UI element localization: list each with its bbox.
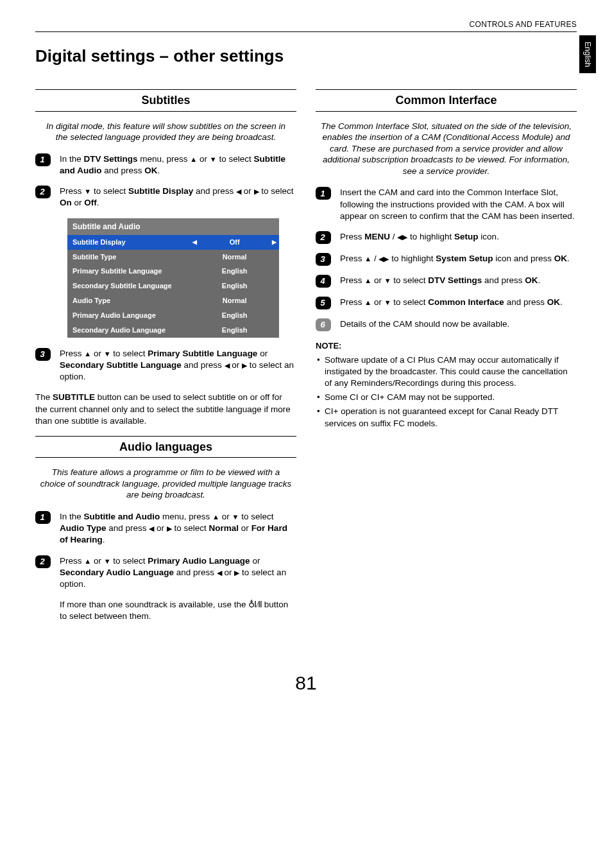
text: or [72,198,85,207]
text: and press [174,568,217,577]
text-bold: Primary Subtitle Language [148,349,257,358]
table-row: Primary Audio LanguageEnglish [67,308,279,323]
text: and press [182,360,225,370]
content-columns: Subtitles In digital mode, this feature … [35,85,577,631]
text-bold: OK [525,275,538,285]
left-arrow-icon: ◀ [397,232,402,242]
text: If more than one soundtrack is available… [60,600,248,609]
text: Press [340,232,364,241]
text: to select [259,186,294,196]
subtitles-after-note: The SUBTITLE button can be used to selec… [35,392,296,427]
text: icon. [479,232,499,241]
text: and press [482,275,525,285]
text: to highlight [389,254,436,263]
table-row: Secondary Audio LanguageEnglish [67,323,279,338]
left-arrow-icon: ◀ [236,187,241,196]
subtitles-heading: Subtitles [35,89,296,111]
row-label: Subtitle Type [67,250,190,265]
running-head: CONTROLS AND FEATURES [35,19,577,32]
text-bold: SUBTITLE [53,392,95,402]
text: and press [106,523,149,533]
audio-step-2: 2 Press ▲ or ▼ to select Primary Audio L… [35,555,296,591]
audio-step-1-body: In the Subtitle and Audio menu, press ▲ … [60,511,296,546]
text: . [158,166,160,175]
text: Press [60,186,84,196]
step-badge-4: 4 [316,275,331,288]
text: to select [217,154,254,164]
audio-intro: This feature allows a programme or film … [39,467,293,501]
step-badge-2: 2 [316,231,331,244]
subtitles-intro: In digital mode, this feature will show … [39,121,293,143]
text-bold: Subtitle Display [128,186,193,196]
up-arrow-icon: ▲ [84,349,91,359]
text: . [97,198,99,207]
row-value: English [190,323,279,338]
ci-step-4: 4 Press ▲ or ▼ to select DTV Settings an… [316,275,577,288]
right-arrow-icon: ▶ [242,361,247,370]
ci-step-5: 5 Press ▲ or ▼ to select Common Interfac… [316,297,577,309]
text-bold: OK [144,166,157,175]
text: to select [391,275,429,285]
ci-step-6-body: Details of the CAM should now be availab… [340,318,577,331]
up-arrow-icon: ▲ [212,512,219,522]
text-bold: Secondary Audio Language [60,568,174,577]
text: or [91,349,104,358]
subtitles-step-1-body: In the DTV Settings menu, press ▲ or ▼ t… [60,153,296,177]
running-head-text: CONTROLS AND FEATURES [470,19,577,30]
subtitles-step-3-body: Press ▲ or ▼ to select Primary Subtitle … [60,348,296,383]
right-caret-icon: ▶ [272,238,276,246]
row-label: Primary Audio Language [67,308,190,323]
step-badge-6: 6 [316,318,331,331]
row-label: Subtitle Display [67,235,190,250]
text: and press [504,297,547,307]
text-bold: MENU [364,232,390,241]
row-label: Audio Type [67,293,190,308]
up-arrow-icon: ▲ [84,557,91,566]
text: / [390,232,397,241]
note-heading: NOTE: [316,340,577,352]
row-value: Normal [190,293,279,308]
left-arrow-icon: ◀ [225,361,230,370]
text: icon and press [493,254,554,263]
text: . [103,535,105,544]
text-bold: OK [547,297,560,307]
text: to select [239,512,273,521]
text-bold: DTV Settings [84,154,138,164]
text-bold: Subtitle and Audio [84,512,160,521]
audio-mode-icon: ♁Ⅰ/Ⅱ [248,599,262,611]
step-badge-5: 5 [316,297,331,309]
step-badge-1: 1 [35,153,51,166]
row-label: Primary Subtitle Language [67,264,190,279]
table-row: Audio TypeNormal [67,293,279,308]
up-arrow-icon: ▲ [190,155,197,164]
text: or [250,556,260,566]
text-bold: Audio Type [60,523,106,533]
text-bold: DTV Settings [428,275,482,285]
text: or [257,349,268,358]
table-row: Secondary Subtitle LanguageEnglish [67,279,279,293]
text: or [91,556,104,566]
ci-step-2: 2 Press MENU / ◀▶ to highlight Setup ico… [316,231,577,244]
audio-step-2-body: Press ▲ or ▼ to select Primary Audio Lan… [60,555,296,591]
right-arrow-icon: ▶ [167,524,172,534]
text-bold: System Setup [436,254,493,263]
text: Press [60,349,84,358]
text: Press [340,275,364,285]
text: or [241,186,254,196]
text: The [35,392,53,402]
text: and press [102,166,145,175]
text-bold: Common Interface [428,297,504,307]
left-column: Subtitles In digital mode, this feature … [35,85,296,631]
page-title: Digital settings – other settings [35,45,577,67]
down-arrow-icon: ▼ [104,557,111,566]
subtitles-step-2: 2 Press ▼ to select Subtitle Display and… [35,186,296,209]
text: . [567,254,570,263]
subtitles-step-1: 1 In the DTV Settings menu, press ▲ or ▼… [35,153,296,177]
text-bold: Secondary Subtitle Language [60,360,182,370]
row-label: Secondary Subtitle Language [67,279,190,293]
note-item: Software update of a CI Plus CAM may occ… [316,354,577,390]
text: or [239,523,251,533]
text: or [219,512,232,521]
step-badge-1: 1 [316,187,331,200]
audio-heading: Audio languages [35,436,296,458]
